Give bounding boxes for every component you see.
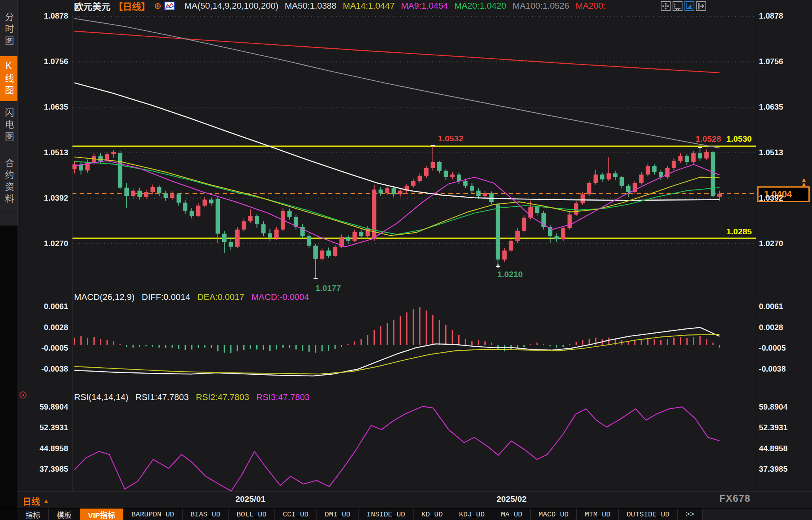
candle-body[interactable] (561, 228, 565, 239)
tab-mtm-ud[interactable]: MTM_UD (577, 509, 619, 520)
candle-body[interactable] (626, 186, 631, 192)
candle-body[interactable] (594, 175, 598, 183)
candle-body[interactable] (685, 156, 689, 162)
candle-body[interactable] (392, 188, 396, 194)
candle-body[interactable] (287, 211, 292, 217)
candle-body[interactable] (190, 211, 194, 216)
candle-body[interactable] (346, 237, 350, 241)
candle-body[interactable] (274, 230, 278, 238)
candle-body[interactable] (509, 241, 513, 251)
tab-kdj-ud[interactable]: KDJ_UD (451, 509, 493, 520)
candle-body[interactable] (476, 191, 480, 196)
candle-body[interactable] (209, 199, 213, 203)
tab-cci-ud[interactable]: CCI_UD (275, 509, 317, 520)
candle-body[interactable] (177, 194, 181, 203)
axis-arrow-icon[interactable] (684, 1, 694, 11)
tab-ma-ud[interactable]: MA_UD (493, 509, 531, 520)
candle-body[interactable] (646, 166, 650, 175)
candle-body[interactable] (164, 193, 168, 198)
chart-style-icon[interactable] (164, 2, 175, 10)
candle-body[interactable] (574, 203, 578, 214)
candle-body[interactable] (483, 193, 487, 196)
candle-body[interactable] (502, 251, 507, 260)
candle-body[interactable] (235, 230, 240, 247)
candle-body[interactable] (151, 187, 155, 192)
candle-body[interactable] (600, 175, 604, 179)
tab--[interactable]: 指标 (17, 509, 49, 520)
candle-body[interactable] (717, 194, 722, 197)
candle-body[interactable] (261, 224, 266, 233)
candle-body[interactable] (606, 173, 611, 179)
candle-body[interactable] (665, 168, 669, 177)
tab-kd-ud[interactable]: KD_UD (414, 509, 451, 520)
candle-body[interactable] (431, 162, 435, 168)
grid-cross-icon[interactable] (661, 1, 671, 11)
candle-body[interactable] (704, 152, 709, 158)
candle-body[interactable] (144, 192, 148, 197)
candle-body[interactable] (652, 166, 657, 172)
candle-body[interactable] (470, 186, 474, 190)
tab-barupdn-ud[interactable]: BARUPDN_UD (124, 509, 183, 520)
candle-body[interactable] (255, 216, 259, 224)
candle-body[interactable] (619, 177, 624, 186)
candle-body[interactable] (672, 161, 676, 168)
candle-body[interactable] (215, 199, 220, 234)
candle-body[interactable] (522, 218, 526, 231)
axis-ticks-icon[interactable] (673, 1, 682, 11)
tab-dmi-ud[interactable]: DMI_UD (317, 509, 359, 520)
candle-body[interactable] (444, 171, 448, 177)
candle-body[interactable] (248, 216, 253, 221)
candle-body[interactable] (385, 188, 389, 193)
candle-body[interactable] (222, 233, 227, 242)
candle-body[interactable] (496, 205, 500, 260)
candle-body[interactable] (157, 187, 161, 193)
chart-canvas[interactable] (0, 0, 812, 520)
candle-body[interactable] (320, 251, 324, 259)
candle-body[interactable] (587, 183, 591, 194)
candle-body[interactable] (417, 176, 422, 181)
tab-inside-ud[interactable]: INSIDE_UD (359, 509, 414, 520)
candle-body[interactable] (515, 231, 520, 241)
candle-body[interactable] (196, 206, 200, 216)
candle-body[interactable] (313, 246, 318, 259)
circle-plus-icon[interactable]: ⊕ (154, 2, 161, 10)
candle-body[interactable] (72, 165, 77, 169)
candle-body[interactable] (568, 214, 572, 228)
candle-body[interactable] (333, 247, 337, 256)
tab-bias-ud[interactable]: BIAS_UD (183, 509, 229, 520)
candle-body[interactable] (307, 236, 311, 246)
candle-body[interactable] (124, 188, 129, 196)
period-selector-button[interactable]: 日线 ▲ (23, 494, 49, 507)
candle-body[interactable] (457, 175, 461, 181)
tab-outside-ud[interactable]: OUTSIDE_UD (619, 509, 678, 520)
candle-body[interactable] (437, 162, 442, 171)
candle-body[interactable] (613, 173, 618, 177)
candle-body[interactable] (711, 152, 715, 196)
candle-body[interactable] (118, 153, 122, 188)
tab-boll-ud[interactable]: BOLL_UD (229, 509, 275, 520)
tab--[interactable]: >> (678, 509, 703, 520)
candle-body[interactable] (535, 207, 539, 213)
candle-body[interactable] (489, 193, 494, 202)
candle-body[interactable] (229, 242, 233, 247)
candle-body[interactable] (379, 190, 383, 193)
candle-body[interactable] (555, 236, 559, 239)
tab-vip-[interactable]: VIP指标 (80, 509, 124, 520)
candle-body[interactable] (359, 232, 363, 236)
candle-body[interactable] (698, 153, 702, 158)
candle-body[interactable] (691, 153, 696, 162)
candle-body[interactable] (111, 152, 116, 154)
tab-macd-ud[interactable]: MACD_UD (531, 509, 577, 520)
candle-body[interactable] (268, 233, 272, 238)
tab--[interactable]: 模板 (49, 509, 80, 520)
candle-body[interactable] (131, 191, 135, 196)
candle-body[interactable] (678, 156, 682, 161)
shift-right-icon[interactable] (696, 1, 706, 11)
candle-body[interactable] (203, 199, 207, 205)
candle-body[interactable] (242, 221, 246, 230)
candle-body[interactable] (170, 194, 174, 198)
target-icon[interactable] (19, 391, 27, 399)
candle-body[interactable] (183, 203, 187, 211)
candle-body[interactable] (411, 181, 416, 186)
candle-body[interactable] (353, 232, 357, 241)
